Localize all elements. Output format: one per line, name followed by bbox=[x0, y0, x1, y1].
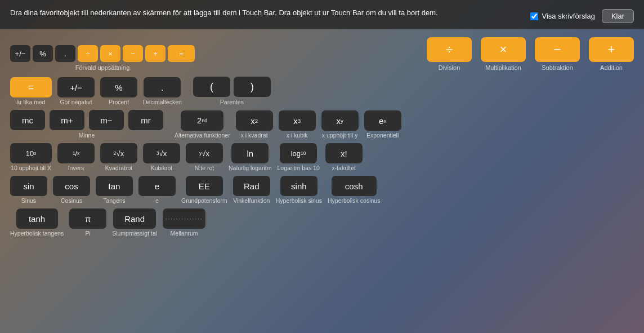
cell-spacer: ·············· Mellanrum bbox=[163, 208, 205, 237]
preset-buttons: +/− % . ÷ × − + = bbox=[10, 45, 195, 62]
xfact-label: x-fakultet bbox=[325, 165, 363, 171]
btn-percent[interactable]: % bbox=[100, 77, 137, 97]
decimal-label: Decimaltecken bbox=[143, 99, 182, 105]
cell-mplus: m+ bbox=[50, 110, 84, 130]
btn-toggle-sign[interactable]: +/− bbox=[10, 45, 30, 62]
ee-label: Grundpotensform bbox=[181, 197, 227, 204]
x2-label: x i kvadrat bbox=[236, 132, 273, 139]
btn-ex[interactable]: ex bbox=[364, 110, 401, 131]
cell-negate: +/− Gör negativt bbox=[57, 77, 95, 105]
btn-mc[interactable]: mc bbox=[10, 110, 45, 130]
cell-ee: EE Grundpotensform bbox=[181, 176, 227, 204]
cell-sinh: sinh Hyperbolisk sinus bbox=[276, 176, 322, 204]
percent-label: Procent bbox=[100, 99, 137, 105]
parens-group: ( ) Parentes bbox=[193, 77, 271, 105]
big-op-addition: + Addition bbox=[589, 37, 634, 71]
10x-label: 10 upphöjt till X bbox=[10, 165, 52, 171]
cell-mc: mc bbox=[10, 110, 45, 130]
btn-multiply-preset[interactable]: × bbox=[100, 45, 120, 62]
cell-tan: tan Tangens bbox=[96, 176, 133, 204]
btn-equals-preset[interactable]: = bbox=[168, 45, 195, 62]
btn-negate[interactable]: +/− bbox=[57, 77, 95, 97]
cell-2nd: 2nd Alternativa funktioner bbox=[175, 110, 230, 139]
sinh-label: Hyperbolisk sinus bbox=[276, 197, 322, 204]
btn-ee[interactable]: EE bbox=[186, 176, 223, 196]
cell-rand: Rand Slumpmässigt tal bbox=[112, 208, 157, 237]
e-label: e bbox=[138, 197, 176, 204]
btn-decimal-preset[interactable]: . bbox=[55, 45, 75, 62]
btn-sqrt2[interactable]: 2√x bbox=[100, 143, 137, 163]
preset-group: +/− % . ÷ × − + = Förvald uppsättning bbox=[10, 45, 195, 71]
cell-mr: mr bbox=[128, 110, 163, 130]
btn-mplus[interactable]: m+ bbox=[50, 110, 84, 130]
btn-paren-open[interactable]: ( bbox=[193, 77, 230, 97]
btn-cos[interactable]: cos bbox=[53, 176, 90, 196]
top-bar-controls: Visa skrivförslag Klar bbox=[530, 9, 634, 23]
btn-xy[interactable]: xy bbox=[321, 110, 359, 131]
btn-tan[interactable]: tan bbox=[96, 176, 133, 196]
btn-equals[interactable]: = bbox=[10, 77, 52, 97]
btn-x3[interactable]: x3 bbox=[279, 110, 316, 131]
btn-multiplication[interactable]: × bbox=[481, 37, 526, 62]
btn-sin[interactable]: sin bbox=[10, 176, 47, 196]
btn-addition[interactable]: + bbox=[589, 37, 634, 62]
ex-label: Exponentiell bbox=[364, 132, 401, 139]
cell-equals: = är lika med bbox=[10, 77, 52, 105]
btn-pi[interactable]: π bbox=[69, 208, 106, 229]
btn-paren-close[interactable]: ) bbox=[234, 77, 271, 97]
yrt-label: N:te rot bbox=[186, 165, 223, 171]
main-content: +/− % . ÷ × − + = Förvald uppsättning ÷ … bbox=[0, 29, 644, 246]
btn-subtraction[interactable]: − bbox=[535, 37, 580, 62]
cell-xfact: x! x-fakultet bbox=[325, 143, 363, 171]
btn-cosh[interactable]: cosh bbox=[332, 176, 377, 196]
btn-x2[interactable]: x2 bbox=[236, 110, 273, 131]
addition-label: Addition bbox=[600, 64, 623, 71]
cell-tanh: tanh Hyperbolisk tangens bbox=[10, 208, 64, 237]
show-suggestions-text: Visa skrivförslag bbox=[542, 12, 594, 20]
btn-mr[interactable]: mr bbox=[128, 110, 163, 130]
btn-tanh[interactable]: tanh bbox=[16, 208, 58, 229]
cell-yrt: y√x N:te rot bbox=[186, 143, 223, 171]
btn-rad[interactable]: Rad bbox=[233, 176, 270, 196]
btn-ln[interactable]: ln bbox=[231, 143, 269, 163]
btn-sinh[interactable]: sinh bbox=[280, 176, 317, 196]
big-ops-group: ÷ Division × Multiplikation − Subtraktio… bbox=[427, 37, 634, 71]
instruction-text: Dra dina favoritobjekt till nederkanten … bbox=[10, 8, 438, 19]
btn-decimal[interactable]: . bbox=[144, 77, 181, 97]
btn-percent-preset[interactable]: % bbox=[33, 45, 53, 62]
altfunc-label: Alternativa funktioner bbox=[175, 132, 230, 139]
btn-inv[interactable]: 1/x bbox=[57, 143, 95, 163]
memory-label: Minne bbox=[79, 132, 95, 139]
btn-spacer[interactable]: ·············· bbox=[163, 208, 205, 229]
btn-divide-preset[interactable]: ÷ bbox=[78, 45, 98, 62]
cbrt-label: Kubikrot bbox=[143, 165, 180, 171]
btn-2nd[interactable]: 2nd bbox=[181, 110, 223, 131]
cell-percent: % Procent bbox=[100, 77, 137, 105]
tanh-label: Hyperbolisk tangens bbox=[10, 230, 64, 237]
btn-minus-preset[interactable]: − bbox=[123, 45, 143, 62]
preset-label: Förvald uppsättning bbox=[75, 64, 130, 71]
btn-rand[interactable]: Rand bbox=[113, 208, 156, 229]
cos-label: Cosinus bbox=[53, 197, 90, 204]
btn-10x[interactable]: 10x bbox=[10, 143, 52, 163]
btn-mminus[interactable]: m− bbox=[89, 110, 124, 130]
cell-x3: x3 x i kubik bbox=[279, 110, 316, 139]
sqrt2-label: Kvadratrot bbox=[100, 165, 137, 171]
multiplication-label: Multiplikation bbox=[485, 64, 521, 71]
btn-yrt[interactable]: y√x bbox=[186, 143, 223, 163]
btn-xfact[interactable]: x! bbox=[325, 143, 363, 163]
cell-decimal: . Decimaltecken bbox=[143, 77, 182, 105]
top-bar: Dra dina favoritobjekt till nederkanten … bbox=[0, 0, 644, 29]
btn-plus-preset[interactable]: + bbox=[145, 45, 166, 62]
close-button[interactable]: Klar bbox=[602, 9, 634, 23]
btn-e[interactable]: e bbox=[138, 176, 176, 196]
show-suggestions-label[interactable]: Visa skrivförslag bbox=[530, 12, 594, 20]
cell-mminus: m− bbox=[89, 110, 124, 130]
btn-division[interactable]: ÷ bbox=[427, 37, 472, 62]
show-suggestions-checkbox[interactable] bbox=[530, 12, 538, 20]
cell-log10: log10 Logaritm bas 10 bbox=[277, 143, 319, 171]
cell-e: e e bbox=[138, 176, 176, 204]
btn-cbrt[interactable]: 3√x bbox=[143, 143, 180, 163]
btn-log10[interactable]: log10 bbox=[280, 143, 317, 163]
subtraction-label: Subtraktion bbox=[542, 64, 573, 71]
